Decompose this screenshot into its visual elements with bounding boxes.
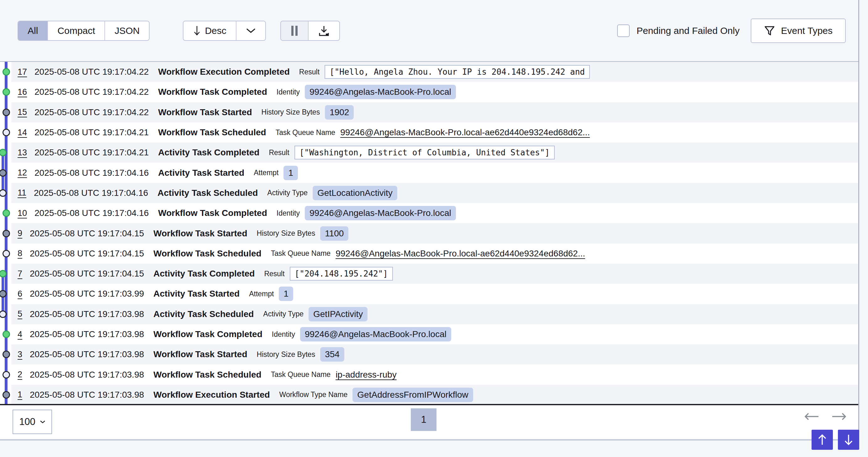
page-size-select[interactable]: 100: [12, 409, 52, 434]
event-row-10: 102025-05-08 UTC 19:17:04.16Workflow Tas…: [0, 203, 858, 223]
event-id-link[interactable]: 11: [18, 188, 26, 198]
scroll-to-bottom-button[interactable]: [838, 430, 859, 450]
event-timestamp: 2025-05-08 UTC 19:17:04.22: [34, 107, 149, 117]
chevron-down-icon: [246, 28, 256, 34]
tab-all[interactable]: All: [18, 21, 48, 40]
event-id-link[interactable]: 4: [18, 330, 22, 339]
event-name: Workflow Execution Started: [153, 390, 270, 400]
event-id-link[interactable]: 16: [18, 87, 27, 97]
event-detail-value[interactable]: 99246@Angelas-MacBook-Pro.local-ae62d440…: [340, 127, 590, 138]
sort-label: Desc: [205, 25, 226, 36]
event-detail-value: ["Hello, Angela Zhou. Your IP is 204.148…: [324, 65, 590, 79]
scroll-to-top-button[interactable]: [811, 430, 833, 450]
next-page-button[interactable]: [831, 412, 847, 421]
event-row-6: 62025-05-08 UTC 19:17:03.99Activity Task…: [0, 284, 858, 304]
event-id-link[interactable]: 12: [18, 168, 27, 178]
event-id-link[interactable]: 7: [18, 269, 22, 279]
event-detail-label: Attempt: [254, 169, 278, 177]
event-detail-value[interactable]: 99246@Angelas-MacBook-Pro.local-ae62d440…: [336, 249, 585, 259]
event-row-11: 112025-05-08 UTC 19:17:04.16Activity Tas…: [0, 183, 858, 203]
event-id-link[interactable]: 8: [18, 249, 22, 258]
event-id-link[interactable]: 5: [18, 309, 22, 319]
event-timestamp: 2025-05-08 UTC 19:17:04.15: [30, 269, 144, 279]
pending-failed-label: Pending and Failed Only: [637, 25, 740, 36]
event-id-link[interactable]: 2: [18, 370, 22, 379]
sort-desc-button[interactable]: Desc: [183, 21, 236, 40]
io-controls: [280, 21, 340, 41]
arrow-up-icon: [817, 433, 828, 446]
event-detail-label: History Size Bytes: [257, 229, 315, 237]
event-timestamp: 2025-05-08 UTC 19:17:04.15: [30, 249, 144, 259]
event-detail-label: Identity: [277, 209, 300, 218]
tab-compact[interactable]: Compact: [48, 21, 104, 40]
event-name: Workflow Task Started: [158, 107, 252, 117]
event-row-4: 42025-05-08 UTC 19:17:03.98Workflow Task…: [0, 324, 858, 344]
event-detail-label: Activity Type: [263, 310, 304, 318]
current-page-button[interactable]: 1: [411, 408, 436, 431]
sort-options-dropdown[interactable]: [236, 21, 265, 40]
event-row-13: 132025-05-08 UTC 19:17:04.21Activity Tas…: [0, 143, 858, 163]
select-chevron-icon: [40, 420, 45, 424]
event-types-button[interactable]: Event Types: [751, 19, 846, 43]
event-id-link[interactable]: 15: [18, 107, 27, 117]
event-row-14: 142025-05-08 UTC 19:17:04.21Workflow Tas…: [0, 122, 858, 143]
pending-failed-checkbox[interactable]: [617, 25, 630, 37]
event-detail-label: Task Queue Name: [271, 370, 331, 379]
event-detail-value: 354: [320, 347, 344, 362]
event-detail-value: 1100: [320, 226, 348, 241]
event-row-17: 172025-05-08 UTC 19:17:04.22Workflow Exe…: [0, 62, 858, 82]
event-detail-label: Task Queue Name: [276, 128, 335, 137]
event-detail-value[interactable]: ip-address-ruby: [336, 370, 397, 380]
pause-button[interactable]: [281, 21, 308, 40]
event-timestamp: 2025-05-08 UTC 19:17:03.98: [30, 390, 144, 400]
event-name: Activity Task Scheduled: [157, 188, 258, 198]
event-detail-label: Attempt: [249, 290, 274, 298]
event-detail-label: Identity: [272, 330, 295, 339]
toolbar-right: Pending and Failed Only Event Types: [617, 19, 846, 43]
event-name: Activity Task Started: [158, 168, 244, 178]
footer-strip: [0, 440, 868, 457]
event-detail-label: Result: [264, 269, 284, 278]
event-id-link[interactable]: 1: [18, 390, 22, 400]
arrow-down-icon: [843, 433, 854, 446]
event-detail-value: 99246@Angelas-MacBook-Pro.local: [305, 85, 456, 99]
event-detail-value: GetIPActivity: [309, 307, 368, 321]
event-detail-label: Task Queue Name: [271, 249, 331, 258]
event-row-15: 152025-05-08 UTC 19:17:04.22Workflow Tas…: [0, 102, 858, 122]
event-id-link[interactable]: 17: [18, 67, 27, 77]
event-name: Workflow Task Completed: [158, 208, 267, 218]
toolbar: All Compact JSON Desc: [0, 0, 858, 62]
event-name: Workflow Task Completed: [158, 87, 267, 97]
event-id-link[interactable]: 10: [18, 208, 27, 218]
event-detail-value: 1: [283, 166, 298, 180]
page-size-value: 100: [19, 416, 35, 428]
event-timestamp: 2025-05-08 UTC 19:17:04.16: [34, 188, 148, 198]
event-detail-value: ["Washington, District of Columbia, Unit…: [294, 146, 555, 160]
event-detail-label: Identity: [277, 88, 300, 96]
arrow-right-icon: [831, 412, 847, 421]
download-icon: [318, 25, 330, 37]
event-detail-label: History Size Bytes: [261, 108, 320, 116]
event-timestamp: 2025-05-08 UTC 19:17:03.98: [30, 349, 144, 360]
sort-descending-arrow-icon: [193, 25, 201, 36]
event-row-3: 32025-05-08 UTC 19:17:03.98Workflow Task…: [0, 344, 858, 364]
event-history-panel: All Compact JSON Desc: [0, 0, 859, 440]
arrow-left-icon: [803, 412, 820, 421]
event-id-link[interactable]: 14: [18, 128, 27, 138]
download-button[interactable]: [308, 21, 339, 40]
event-detail-value: GetAddressFromIPWorkflow: [352, 388, 473, 402]
event-id-link[interactable]: 9: [18, 229, 22, 238]
event-detail-value: GetLocationActivity: [313, 186, 397, 200]
event-name: Activity Task Started: [153, 289, 240, 299]
event-id-link[interactable]: 3: [18, 350, 22, 360]
event-detail-label: History Size Bytes: [257, 350, 315, 359]
event-timestamp: 2025-05-08 UTC 19:17:03.99: [30, 289, 144, 299]
event-name: Workflow Task Started: [153, 349, 247, 360]
event-detail-label: Workflow Type Name: [279, 391, 348, 399]
pagination-bar: 100 1: [0, 405, 858, 438]
tab-json[interactable]: JSON: [104, 21, 149, 40]
event-id-link[interactable]: 6: [18, 289, 22, 299]
event-timestamp: 2025-05-08 UTC 19:17:04.22: [34, 87, 149, 97]
event-id-link[interactable]: 13: [18, 148, 27, 158]
previous-page-button[interactable]: [803, 412, 820, 421]
